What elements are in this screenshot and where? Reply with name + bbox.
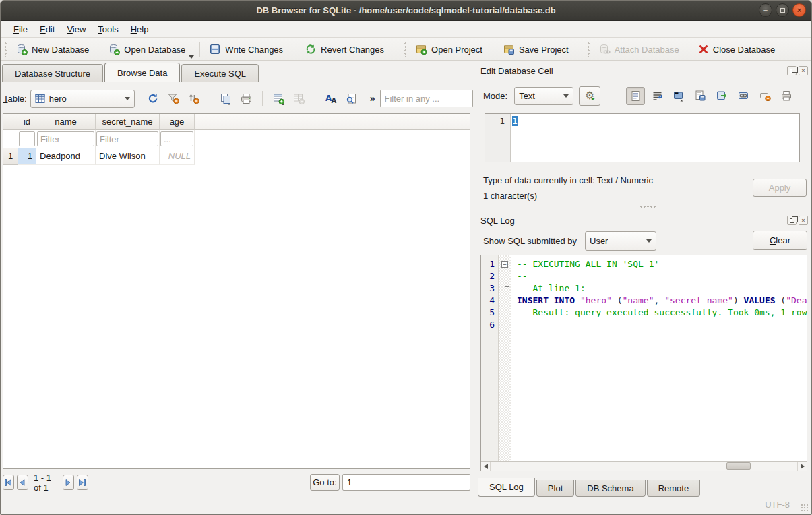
filter-input-name[interactable] bbox=[37, 131, 94, 146]
open-database-dropdown-icon[interactable] bbox=[189, 55, 194, 59]
column-header-secret-name[interactable]: secret_name bbox=[96, 114, 160, 130]
scroll-right-arrow[interactable] bbox=[797, 462, 807, 471]
open-database-button[interactable]: Open Database bbox=[103, 40, 190, 58]
menubar: File Edit View Tools Help bbox=[1, 22, 811, 38]
table-selector-value: hero bbox=[49, 94, 67, 104]
font-settings-button[interactable]: AA bbox=[323, 90, 340, 107]
filter-input-secret-name[interactable] bbox=[96, 131, 158, 146]
column-header-age[interactable]: age bbox=[160, 114, 195, 130]
titlebar[interactable]: DB Browser for SQLite - /home/user/code/… bbox=[1, 1, 811, 21]
row-number[interactable]: 1 bbox=[3, 148, 18, 165]
new-database-label: New Database bbox=[32, 44, 89, 55]
open-in-external-button[interactable] bbox=[712, 87, 731, 105]
scrollbar-thumb[interactable] bbox=[726, 462, 751, 470]
link-icon bbox=[737, 90, 749, 102]
last-page-button[interactable] bbox=[77, 475, 88, 490]
text-view-button[interactable] bbox=[626, 87, 645, 105]
scroll-left-arrow[interactable] bbox=[481, 462, 491, 471]
goto-input[interactable] bbox=[342, 474, 470, 491]
previous-page-button[interactable] bbox=[17, 475, 28, 490]
column-header-id[interactable]: id bbox=[18, 114, 36, 130]
menu-file[interactable]: File bbox=[7, 22, 34, 36]
attach-database-button[interactable]: Attach Database bbox=[594, 40, 684, 58]
open-database-icon bbox=[108, 43, 120, 55]
float-dock-button[interactable] bbox=[787, 66, 797, 75]
tab-browse-data[interactable]: Browse Data bbox=[104, 63, 180, 82]
sql-source-selector[interactable]: User bbox=[585, 231, 656, 251]
minimize-button[interactable]: − bbox=[759, 3, 772, 17]
copy-record-button[interactable] bbox=[218, 90, 235, 107]
toolbar-separator bbox=[315, 91, 315, 106]
save-project-label: Save Project bbox=[519, 44, 569, 55]
close-database-button[interactable]: Close Database bbox=[693, 41, 780, 57]
cell-age[interactable]: NULL bbox=[160, 148, 195, 165]
goto-button[interactable]: Go to: bbox=[310, 474, 340, 491]
refresh-button[interactable] bbox=[145, 90, 162, 107]
new-database-button[interactable]: New Database bbox=[11, 40, 94, 58]
next-page-button[interactable] bbox=[63, 475, 74, 490]
clear-sorting-button[interactable] bbox=[185, 90, 202, 107]
open-project-button[interactable]: Open Project bbox=[410, 40, 487, 58]
print-cell-button[interactable] bbox=[777, 87, 796, 105]
print-button[interactable] bbox=[238, 90, 255, 107]
revert-changes-button[interactable]: Revert Changes bbox=[300, 40, 389, 58]
dock-tab-sql-log[interactable]: SQL Log bbox=[478, 478, 535, 497]
cell-name[interactable]: Deadpond bbox=[36, 148, 96, 165]
data-grid: id name secret_name age 1 1 Deadpond Div… bbox=[3, 113, 470, 469]
close-button[interactable]: × bbox=[792, 3, 806, 17]
table-selector[interactable]: hero bbox=[30, 90, 135, 108]
cell-editor-value[interactable]: 1 bbox=[512, 116, 518, 126]
maximize-button[interactable] bbox=[776, 3, 789, 17]
menu-help[interactable]: Help bbox=[125, 22, 155, 36]
cell-editor[interactable]: 1 1 bbox=[485, 113, 800, 162]
tab-execute-sql[interactable]: Execute SQL bbox=[181, 64, 259, 82]
horizontal-scrollbar[interactable] bbox=[481, 461, 807, 471]
apply-button[interactable]: Apply bbox=[753, 179, 807, 197]
toolbar-grip[interactable] bbox=[404, 42, 407, 57]
toolbar-grip[interactable] bbox=[4, 42, 7, 57]
export-data-button[interactable] bbox=[691, 87, 710, 105]
clear-log-button[interactable]: Clear bbox=[753, 231, 807, 250]
close-dock-button[interactable]: × bbox=[799, 216, 808, 225]
dock-tab-db-schema[interactable]: DB Schema bbox=[575, 480, 645, 497]
sql-log-text: -- EXECUTING ALL IN 'SQL 1' -- -- At lin… bbox=[511, 255, 807, 461]
insert-record-icon bbox=[272, 92, 285, 105]
insert-record-button[interactable] bbox=[270, 90, 287, 107]
delete-record-button[interactable] bbox=[290, 90, 307, 107]
mode-selector[interactable]: Text bbox=[514, 87, 573, 105]
fold-collapse-icon[interactable]: − bbox=[501, 261, 508, 268]
filter-input-id[interactable] bbox=[19, 131, 35, 146]
dock-tab-plot[interactable]: Plot bbox=[536, 480, 574, 497]
cell-secret-name[interactable]: Dive Wilson bbox=[96, 148, 160, 165]
float-dock-button[interactable] bbox=[787, 216, 797, 225]
dock-tab-remote[interactable]: Remote bbox=[647, 480, 701, 497]
sql-log-editor[interactable]: 12 34 56 − -- EXECUTING ALL IN 'SQL 1' -… bbox=[480, 255, 807, 471]
menu-tools[interactable]: Tools bbox=[92, 22, 124, 36]
set-null-icon bbox=[759, 90, 771, 102]
cell-id[interactable]: 1 bbox=[18, 148, 36, 165]
dock-splitter-handle[interactable] bbox=[639, 205, 657, 208]
copy-link-button[interactable] bbox=[734, 87, 753, 105]
first-page-button[interactable] bbox=[3, 475, 14, 490]
next-page-icon bbox=[64, 479, 72, 487]
tab-database-structure[interactable]: Database Structure bbox=[2, 64, 103, 82]
menu-edit[interactable]: Edit bbox=[34, 22, 61, 36]
app-window: DB Browser for SQLite - /home/user/code/… bbox=[0, 0, 812, 515]
clear-filters-button[interactable] bbox=[165, 90, 182, 107]
global-filter-input[interactable] bbox=[380, 90, 473, 107]
find-in-table-button[interactable] bbox=[343, 90, 360, 107]
resize-grip[interactable] bbox=[801, 504, 809, 512]
menu-view[interactable]: View bbox=[61, 22, 92, 36]
toolbar-grip[interactable] bbox=[587, 42, 590, 57]
save-project-button[interactable]: Save Project bbox=[498, 40, 573, 58]
close-dock-button[interactable]: × bbox=[799, 66, 808, 75]
svg-text:A: A bbox=[331, 97, 336, 104]
word-wrap-button[interactable] bbox=[648, 87, 666, 105]
toolbar-overflow-button[interactable]: » bbox=[369, 93, 377, 104]
column-header-name[interactable]: name bbox=[36, 114, 96, 130]
write-changes-button[interactable]: Write Changes bbox=[204, 40, 288, 58]
auto-format-button[interactable]: ⚙ ▸ bbox=[579, 86, 600, 106]
filter-input-age[interactable] bbox=[160, 131, 193, 146]
set-null-button[interactable] bbox=[755, 87, 774, 105]
import-data-button[interactable] bbox=[669, 87, 688, 105]
